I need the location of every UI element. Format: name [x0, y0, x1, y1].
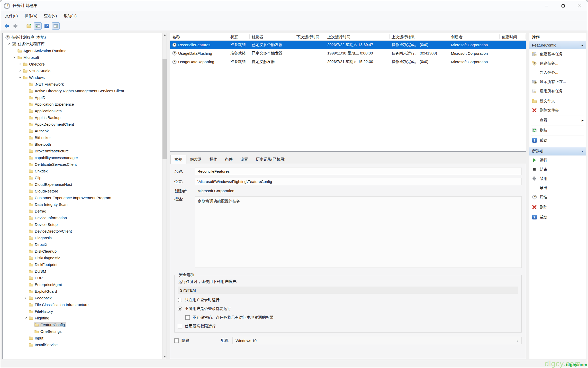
tree-item[interactable]: FeatureConfig — [3, 321, 162, 328]
tree-item[interactable]: Autochk — [3, 127, 162, 134]
chevron-expanded-icon[interactable] — [23, 317, 28, 319]
maximize-button[interactable] — [555, 0, 571, 11]
tree-item[interactable]: Feedback — [3, 295, 162, 301]
tree-item[interactable]: DirectX — [3, 241, 162, 248]
collapse-arrow-icon[interactable]: ▲ — [581, 150, 583, 153]
radio-run-whether-logged-on-or-not[interactable] — [178, 307, 182, 311]
action-item[interactable]: 创建基本任务... — [529, 49, 586, 59]
menu-item-action[interactable]: 操作(A) — [21, 12, 41, 20]
tab-item[interactable]: 触发器 — [186, 155, 206, 164]
tree-item[interactable]: VisualStudio — [3, 67, 162, 74]
action-item[interactable]: 运行 — [529, 155, 586, 165]
tab-active[interactable]: 常规 — [170, 155, 186, 164]
action-item[interactable]: 导入任务... — [529, 68, 586, 77]
action-item[interactable]: 创建任务... — [529, 59, 586, 68]
tree-item[interactable]: DiskDiagnostic — [3, 254, 162, 261]
help-button[interactable]: ? — [43, 22, 51, 30]
column-header[interactable]: 下次运行时间 — [294, 34, 325, 39]
tab-item[interactable]: 设置 — [237, 155, 252, 164]
tree-item[interactable]: Data Integrity Scan — [3, 201, 162, 208]
column-header[interactable]: 上次运行时间 — [325, 34, 390, 39]
action-item[interactable]: 禁用 — [529, 174, 586, 183]
tree-item[interactable]: AppListBackup — [3, 114, 162, 121]
tree-item[interactable]: Defrag — [3, 208, 162, 214]
action-item[interactable]: 属性 — [529, 192, 586, 202]
checkbox-run-highest-privileges[interactable] — [178, 324, 182, 328]
checkbox-hidden[interactable] — [174, 338, 179, 343]
tree-item[interactable]: Microsoft — [3, 54, 162, 61]
pane-splitter[interactable] — [170, 152, 526, 155]
tree-item[interactable]: DiskFootprint — [3, 261, 162, 268]
tree-item[interactable]: Device Setup — [3, 221, 162, 228]
tree-item[interactable]: Input — [3, 335, 162, 341]
action-item[interactable]: ?帮助 — [529, 213, 586, 222]
menu-item-file[interactable]: 文件(F) — [2, 12, 21, 20]
menu-item-view[interactable]: 查看(V) — [41, 12, 60, 20]
configure-for-dropdown[interactable]: Windows 10 ∨ — [232, 337, 522, 344]
tree-item[interactable]: FileHistory — [3, 308, 162, 315]
column-header[interactable]: 名称 — [170, 34, 228, 39]
tree-item[interactable]: capabilityaccessmanager — [3, 154, 162, 161]
action-item[interactable]: 删除文件夹 — [529, 106, 586, 115]
tree-item[interactable]: Active Directory Rights Management Servi… — [3, 87, 162, 94]
minimize-button[interactable] — [538, 0, 555, 11]
menu-item-help[interactable]: 帮助(H) — [60, 12, 80, 20]
tree-item[interactable]: AppID — [3, 94, 162, 101]
action-item[interactable]: ?帮助 — [529, 136, 586, 145]
tree-item[interactable]: BrokerInfrastructure — [3, 148, 162, 154]
tree-item[interactable]: Agent Activation Runtime — [3, 47, 162, 54]
action-item[interactable]: 显示所有正在... — [529, 77, 586, 86]
chevron-expanded-icon[interactable] — [18, 76, 22, 79]
close-button[interactable] — [571, 0, 588, 11]
action-item[interactable]: 删除 — [529, 203, 586, 212]
tree-item[interactable]: Windows — [3, 74, 162, 81]
chevron-collapsed-icon[interactable] — [18, 69, 22, 72]
action-item[interactable]: 导出... — [529, 183, 586, 192]
console-tree-toggle-button[interactable] — [34, 22, 42, 30]
tree-item[interactable]: Flighting — [3, 315, 162, 321]
column-header[interactable]: 上次运行结果 — [390, 34, 449, 39]
tree-item[interactable]: EnterpriseMgmt — [3, 281, 162, 288]
tree-item[interactable]: .NET Framework — [3, 81, 162, 87]
action-item[interactable]: 刷新 — [529, 126, 586, 135]
tree-item[interactable]: CertificateServicesClient — [3, 161, 162, 168]
actions-group-header[interactable]: 所选项▲ — [529, 147, 586, 155]
checkbox-do-not-store-password[interactable] — [185, 315, 190, 320]
collapse-arrow-icon[interactable]: ▲ — [581, 44, 583, 46]
tree-item[interactable]: Chkdsk — [3, 168, 162, 174]
tree-item[interactable]: DiskCleanup — [3, 248, 162, 254]
action-item[interactable]: 启用所有任务... — [529, 86, 586, 96]
tree-item[interactable]: Clip — [3, 174, 162, 181]
export-list-button[interactable] — [25, 22, 33, 30]
action-item[interactable]: 查看▶ — [529, 116, 586, 125]
tree-item[interactable]: CloudRestore — [3, 188, 162, 194]
scroll-down-icon[interactable] — [162, 355, 167, 359]
tree-item[interactable]: OneCore — [3, 61, 162, 67]
table-row[interactable]: UsageDataReporting准备就绪自定义触发器2023/7/21 星期… — [170, 58, 526, 66]
tree-item[interactable]: Diagnosis — [3, 234, 162, 241]
tree-item[interactable]: ExploitGuard — [3, 288, 162, 295]
table-row[interactable]: ReconcileFeatures准备就绪已定义多个触发器2023/7/22 星… — [170, 41, 526, 49]
tree-item[interactable]: BitLocker — [3, 134, 162, 141]
action-item[interactable]: 新文件夹... — [529, 96, 586, 106]
forward-arrow-button[interactable] — [12, 22, 20, 30]
chevron-collapsed-icon[interactable] — [18, 63, 22, 65]
tree-item[interactable]: Device Information — [3, 214, 162, 221]
tab-item[interactable]: 条件 — [221, 155, 237, 164]
back-arrow-button[interactable] — [3, 22, 11, 30]
tree-item[interactable]: EDP — [3, 274, 162, 281]
tree-item[interactable]: File Classification Infrastructure — [3, 301, 162, 308]
tree-item[interactable]: Customer Experience Improvement Program — [3, 194, 162, 201]
column-header[interactable]: 状态 — [228, 34, 250, 39]
action-item[interactable]: 结束 — [529, 165, 586, 174]
column-header[interactable]: 创建者 — [449, 34, 500, 39]
tab-item[interactable]: 操作 — [206, 155, 221, 164]
tree-item[interactable]: DUSM — [3, 268, 162, 274]
column-header[interactable]: 触发器 — [250, 34, 294, 39]
tree-item[interactable]: 任务计划程序 (本地) — [3, 34, 162, 41]
tree-item[interactable]: DeviceDirectoryClient — [3, 228, 162, 234]
chevron-collapsed-icon[interactable] — [23, 297, 28, 299]
table-row[interactable]: UsageDataFlushing准备就绪已定义多个触发器1999/11/30 … — [170, 49, 526, 58]
tree-item[interactable]: ApplicationData — [3, 107, 162, 114]
tree-item[interactable]: InstallService — [3, 341, 162, 348]
